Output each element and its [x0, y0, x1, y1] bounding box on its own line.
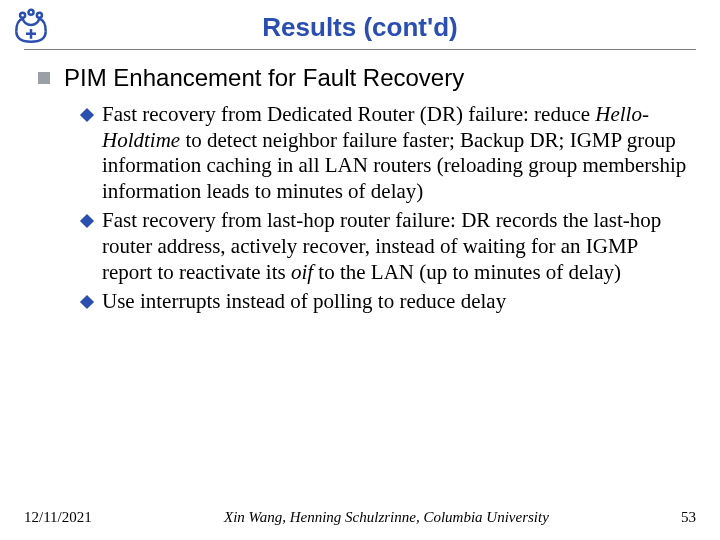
level1-text: PIM Enhancement for Fault Recovery: [64, 64, 464, 92]
footer-authors: Xin Wang, Henning Schulzrinne, Columbia …: [92, 509, 681, 526]
bullet2-italic: oif: [291, 260, 313, 284]
footer-date: 12/11/2021: [24, 509, 92, 526]
diamond-bullet-icon: [80, 108, 94, 122]
level2-text: Fast recovery from Dedicated Router (DR)…: [102, 102, 690, 204]
footer-page-number: 53: [681, 509, 696, 526]
svg-point-1: [28, 10, 33, 15]
level2-item: Fast recovery from last-hop router failu…: [82, 208, 690, 285]
level2-item: Fast recovery from Dedicated Router (DR)…: [82, 102, 690, 204]
slide: Results (cont'd) PIM Enhancement for Fau…: [0, 0, 720, 540]
slide-body: PIM Enhancement for Fault Recovery Fast …: [24, 64, 696, 315]
slide-title: Results (cont'd): [24, 12, 696, 43]
title-divider: [24, 49, 696, 50]
bullet1-tail: to detect neighbor failure faster; Backu…: [102, 128, 686, 203]
bullet2-tail: to the LAN (up to minutes of delay): [313, 260, 621, 284]
level2-list: Fast recovery from Dedicated Router (DR)…: [38, 102, 690, 315]
level1-item: PIM Enhancement for Fault Recovery: [38, 64, 690, 92]
columbia-crown-logo: [10, 6, 52, 52]
crown-icon: [10, 6, 52, 48]
level2-text: Use interrupts instead of polling to red…: [102, 289, 506, 315]
level2-item: Use interrupts instead of polling to red…: [82, 289, 690, 315]
diamond-bullet-icon: [80, 295, 94, 309]
bullet1-lead: Fast recovery from Dedicated Router (DR)…: [102, 102, 595, 126]
square-bullet-icon: [38, 72, 50, 84]
diamond-bullet-icon: [80, 214, 94, 228]
slide-footer: 12/11/2021 Xin Wang, Henning Schulzrinne…: [0, 509, 720, 526]
level2-text: Fast recovery from last-hop router failu…: [102, 208, 690, 285]
svg-point-2: [37, 13, 42, 18]
svg-point-0: [20, 13, 25, 18]
